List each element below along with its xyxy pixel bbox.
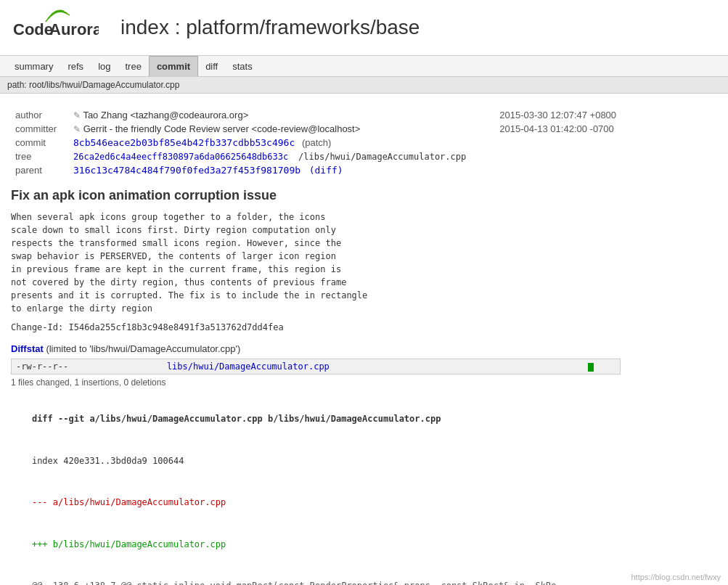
commit-info-table: author ✎ Tao Zhang <tazhang@codeaurora.o… [11, 108, 621, 177]
diffstat-file-link[interactable]: libs/hwui/DamageAccumulator.cpp [167, 361, 330, 372]
tree-path: /libs/hwui/DamageAccumulator.cpp [298, 152, 466, 162]
tree-label: tree [11, 150, 69, 163]
diffstat-row: -rw-r--r-- libs/hwui/DamageAccumulator.c… [12, 359, 621, 375]
parent-row: parent 316c13c4784c484f790f0fed3a27f453f… [11, 163, 621, 177]
author-row: author ✎ Tao Zhang <tazhang@codeaurora.o… [11, 108, 621, 122]
diff-index-line: index 420e331..3bd0da9 100644 [32, 456, 184, 466]
svg-text:Aurora: Aurora [49, 20, 99, 38]
svg-text:Code: Code [13, 20, 53, 38]
path-text: path: root/libs/hwui/DamageAccumulator.c… [7, 80, 179, 90]
commit-message: When several apk icons group together to… [11, 210, 717, 315]
parent-hash-cell: 316c13c4784c484f790f0fed3a27f453f981709b… [69, 163, 470, 177]
nav-summary[interactable]: summary [7, 57, 60, 76]
nav-refs[interactable]: refs [60, 57, 91, 76]
nav-log[interactable]: log [91, 57, 118, 76]
logo: Code Aurora [12, 6, 99, 49]
diffstat-perms: -rw-r--r-- [12, 359, 163, 375]
codeaurora-logo: Code Aurora [12, 6, 99, 49]
diffstat-header: Diffstat (limited to 'libs/hwui/DamageAc… [11, 343, 717, 354]
commit-row: commit 8cb546eace2b03bf85e4b42fb337cdbb5… [11, 136, 621, 150]
author-date: 2015-03-30 12:07:47 +0800 [470, 108, 621, 122]
diffstat-bar [584, 359, 620, 375]
commit-hash-link[interactable]: 8cb546eace2b03bf85e4b42fb337cdbb53c496c [73, 137, 295, 148]
nav-tree[interactable]: tree [118, 57, 148, 76]
commit-title: Fix an apk icon animation corruption iss… [11, 188, 717, 203]
diffstat-filename: libs/hwui/DamageAccumulator.cpp [163, 359, 584, 375]
diff-file-a-line: --- a/libs/hwui/DamageAccumulator.cpp [32, 497, 226, 507]
nav-bar: summary refs log tree commit diff stats [0, 56, 728, 77]
parent-diff-link[interactable]: (diff) [309, 165, 343, 176]
main-content: author ✎ Tao Zhang <tazhang@codeaurora.o… [0, 94, 728, 585]
committer-date: 2015-04-13 01:42:00 -0700 [470, 122, 621, 136]
files-changed: 1 files changed, 1 insertions, 0 deletio… [11, 377, 717, 388]
diffstat-table: -rw-r--r-- libs/hwui/DamageAccumulator.c… [11, 359, 621, 375]
page-header: Code Aurora index : platform/frameworks/… [0, 0, 728, 56]
commit-hash-cell: 8cb546eace2b03bf85e4b42fb337cdbb53c496c … [69, 136, 470, 150]
parent-label: parent [11, 163, 69, 177]
nav-commit[interactable]: commit [149, 56, 198, 76]
watermark: https://blog.csdn.net/fwxy [631, 573, 721, 581]
diffstat-limited: (limited to 'libs/hwui/DamageAccumulator… [46, 343, 240, 354]
author-label: author [11, 108, 69, 122]
committer-label: committer [11, 122, 69, 136]
tree-hash-cell: 26ca2ed6c4a4eecff830897a6da06625648db633… [69, 150, 470, 163]
nav-diff[interactable]: diff [198, 57, 225, 76]
commit-patch: (patch) [302, 137, 331, 148]
committer-row: committer ✎ Gerrit - the friendly Code R… [11, 122, 621, 136]
tree-row: tree 26ca2ed6c4a4eecff830897a6da06625648… [11, 150, 621, 163]
commit-label: commit [11, 136, 69, 150]
path-bar: path: root/libs/hwui/DamageAccumulator.c… [0, 77, 728, 94]
diff-bar-green-icon [588, 363, 594, 372]
diff-content: diff --git a/libs/hwui/DamageAccumulator… [11, 398, 717, 585]
diff-header-line: diff --git a/libs/hwui/DamageAccumulator… [32, 414, 441, 424]
tree-hash-link[interactable]: 26ca2ed6c4a4eecff830897a6da06625648db633… [73, 151, 294, 162]
diffstat-label: Diffstat [11, 343, 44, 354]
parent-hash-link[interactable]: 316c13c4784c484f790f0fed3a27f453f981709b [73, 165, 300, 176]
author-value: ✎ Tao Zhang <tazhang@codeaurora.org> [69, 108, 470, 122]
site-title: index : platform/frameworks/base [120, 16, 420, 39]
change-id: Change-Id: I546da255cf18b3c948e8491f3a51… [11, 322, 717, 332]
diff-file-b-line: +++ b/libs/hwui/DamageAccumulator.cpp [32, 539, 226, 549]
diff-hunk-line: @@ -138,6 +138,7 @@ static inline void m… [32, 581, 556, 585]
nav-stats[interactable]: stats [225, 57, 259, 76]
committer-value: ✎ Gerrit - the friendly Code Review serv… [69, 122, 470, 136]
